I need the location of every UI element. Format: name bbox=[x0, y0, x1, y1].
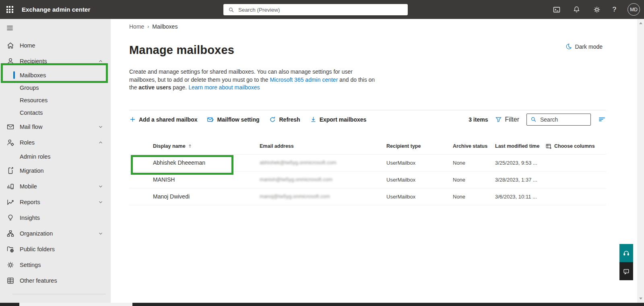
learn-more-link[interactable]: Learn more about mailboxes bbox=[188, 84, 260, 91]
help-icon[interactable]: ? bbox=[613, 6, 616, 14]
column-header-email[interactable]: Email address bbox=[260, 143, 386, 149]
sort-ascending-icon bbox=[188, 144, 192, 149]
cell-archive-status: None bbox=[453, 177, 495, 183]
hamburger-menu-icon[interactable] bbox=[0, 19, 19, 37]
account-avatar[interactable]: MD bbox=[627, 3, 640, 16]
refresh-button[interactable]: Refresh bbox=[269, 116, 300, 123]
horizontal-scrollbar[interactable] bbox=[0, 303, 644, 306]
column-header-archive-status[interactable]: Archive status bbox=[453, 143, 495, 149]
sidebar-item-resources[interactable]: Resources bbox=[0, 94, 111, 106]
column-header-display-name[interactable]: Display name bbox=[153, 143, 260, 149]
cell-display-name[interactable]: MANISH bbox=[153, 176, 260, 183]
filter-button[interactable]: Filter bbox=[495, 116, 519, 123]
search-icon bbox=[228, 7, 234, 13]
chevron-down-icon[interactable] bbox=[98, 231, 103, 236]
sidebar-item-mobile[interactable]: Mobile bbox=[0, 178, 111, 194]
column-label: Archive status bbox=[453, 143, 487, 149]
sidebar-item-label: Mobile bbox=[20, 183, 37, 190]
admin-center-link[interactable]: Microsoft 365 admin center bbox=[270, 76, 338, 83]
scroll-up-arrow-icon[interactable] bbox=[637, 20, 644, 27]
settings-gear-icon[interactable] bbox=[592, 5, 601, 14]
sidebar-item-home[interactable]: Home bbox=[0, 37, 111, 53]
sidebar-item-settings[interactable]: Settings bbox=[0, 257, 111, 273]
mailflow-setting-button[interactable]: Mailflow setting bbox=[207, 116, 259, 123]
sort-lines-icon[interactable] bbox=[598, 116, 606, 123]
sidebar-item-organization[interactable]: Organization bbox=[0, 225, 111, 241]
cell-recipient-type: UserMailbox bbox=[386, 160, 453, 166]
home-icon bbox=[6, 41, 14, 50]
feedback-button[interactable] bbox=[619, 262, 633, 280]
sidebar-item-mail-flow[interactable]: Mail flow bbox=[0, 119, 111, 134]
sidebar-item-label: Organization bbox=[20, 230, 53, 237]
sidebar-item-admin-roles[interactable]: Admin roles bbox=[0, 150, 111, 163]
breadcrumb-chevron-icon: › bbox=[147, 24, 149, 29]
choose-columns-button[interactable]: Choose columns bbox=[545, 143, 606, 150]
selected-indicator bbox=[13, 71, 15, 79]
person-gear-icon bbox=[6, 139, 14, 147]
chevron-down-icon[interactable] bbox=[98, 199, 103, 205]
mobile-stats-icon bbox=[6, 182, 14, 190]
sidebar-item-recipients[interactable]: Recipients bbox=[0, 53, 111, 69]
sidebar-item-label: Insights bbox=[20, 215, 40, 221]
description-text: page. bbox=[171, 84, 188, 91]
sidebar-item-groups[interactable]: Groups bbox=[0, 81, 111, 94]
table-row[interactable]: Manoj Dwivedi manoj@tw5yg.onmicrosoft.co… bbox=[129, 188, 606, 205]
app-title: Exchange admin center bbox=[22, 6, 91, 13]
main-content: Home › Mailboxes Dark mode Manage mailbo… bbox=[111, 19, 637, 303]
global-search-placeholder: Search (Preview) bbox=[238, 7, 280, 13]
cell-display-name[interactable]: Manoj Dwivedi bbox=[153, 193, 260, 200]
support-headset-button[interactable] bbox=[619, 244, 633, 262]
sidebar-item-label: Other features bbox=[20, 277, 57, 284]
button-label: Mailflow setting bbox=[217, 116, 259, 123]
global-search-input[interactable]: Search (Preview) bbox=[223, 4, 408, 15]
chevron-down-icon[interactable] bbox=[98, 184, 103, 189]
cell-last-modified: 3/28/2023, 1:37 ... bbox=[495, 177, 545, 183]
person-icon bbox=[6, 57, 14, 65]
sidebar-item-mailboxes[interactable]: Mailboxes bbox=[0, 69, 111, 81]
table-row[interactable]: MANISH manish@tw5yg.onmicrosoft.com User… bbox=[129, 172, 606, 188]
column-label: Recipient type bbox=[386, 143, 421, 149]
gear-icon bbox=[6, 261, 14, 269]
table-row[interactable]: Abhishek Dheeeman abhishek@tw5yg.onmicro… bbox=[129, 155, 606, 172]
breadcrumb-home[interactable]: Home bbox=[129, 23, 144, 30]
button-label: Refresh bbox=[279, 116, 300, 123]
add-shared-mailbox-button[interactable]: Add a shared mailbox bbox=[129, 116, 197, 123]
funnel-icon bbox=[495, 116, 502, 123]
sidebar-item-roles[interactable]: Roles bbox=[0, 134, 111, 150]
command-bar: Add a shared mailbox Mailflow setting Re… bbox=[129, 110, 606, 129]
items-count: 3 items bbox=[469, 116, 488, 123]
moon-icon bbox=[565, 43, 572, 50]
mail-icon bbox=[6, 123, 14, 131]
horizontal-scrollbar-thumb[interactable] bbox=[19, 303, 132, 306]
chevron-up-icon[interactable] bbox=[98, 140, 103, 145]
sidebar-item-label: Resources bbox=[20, 97, 47, 103]
cell-display-name[interactable]: Abhishek Dheeeman bbox=[153, 159, 260, 166]
org-chart-icon bbox=[6, 229, 14, 238]
scroll-down-arrow-icon[interactable] bbox=[637, 295, 644, 302]
public-folder-icon bbox=[6, 245, 14, 253]
sidebar-item-migration[interactable]: Migration bbox=[0, 163, 111, 178]
sidebar-item-insights[interactable]: Insights bbox=[0, 210, 111, 225]
chevron-down-icon[interactable] bbox=[98, 124, 103, 130]
sidebar-item-contacts[interactable]: Contacts bbox=[0, 106, 111, 119]
table-header-row: Display name Email address Recipient typ… bbox=[129, 139, 606, 155]
column-header-recipient-type[interactable]: Recipient type bbox=[386, 143, 453, 149]
button-label: Filter bbox=[505, 116, 519, 123]
export-mailboxes-button[interactable]: Export mailboxes bbox=[310, 116, 367, 123]
sidebar-item-public-folders[interactable]: Public folders bbox=[0, 241, 111, 257]
table-search-input[interactable]: Search bbox=[526, 114, 591, 126]
notifications-bell-icon[interactable] bbox=[572, 5, 581, 14]
sidebar-divider bbox=[12, 294, 106, 294]
vertical-scrollbar[interactable] bbox=[637, 19, 644, 303]
cell-recipient-type: UserMailbox bbox=[386, 194, 453, 200]
sidebar-item-reports[interactable]: Reports bbox=[0, 194, 111, 210]
column-header-last-modified[interactable]: Last modified time bbox=[495, 143, 545, 149]
dark-mode-toggle[interactable]: Dark mode bbox=[565, 43, 603, 50]
sidebar-item-other-features[interactable]: Other features bbox=[0, 273, 111, 288]
cell-archive-status: None bbox=[453, 194, 495, 200]
cell-email-redacted: abhishek@tw5yg.onmicrosoft.com bbox=[260, 160, 386, 165]
chevron-up-icon[interactable] bbox=[98, 58, 103, 64]
column-label: Display name bbox=[153, 143, 186, 149]
app-launcher-icon[interactable] bbox=[0, 0, 19, 19]
powershell-icon[interactable] bbox=[552, 5, 561, 14]
